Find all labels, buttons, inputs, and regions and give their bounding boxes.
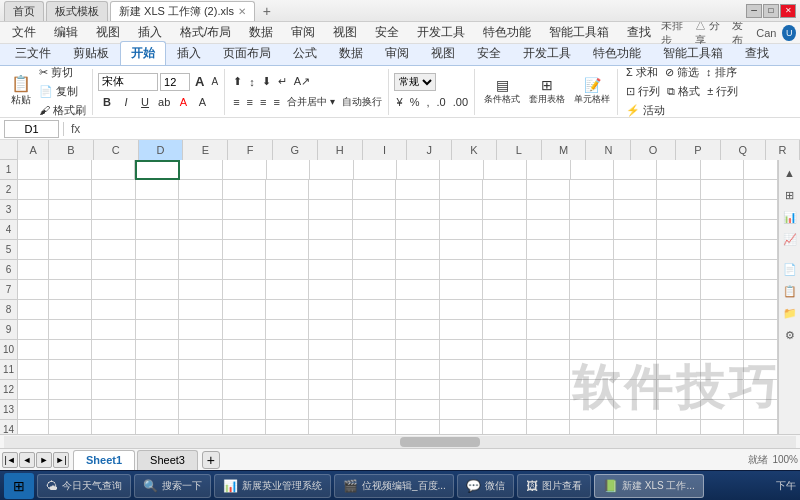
ribbon-tab-home[interactable]: 开始 xyxy=(120,41,166,65)
cell-q1[interactable] xyxy=(701,160,744,180)
cell-k1[interactable] xyxy=(440,160,483,180)
cell-format-button[interactable]: ⧉ 格式 xyxy=(664,83,703,101)
menu-format[interactable]: 格式/布局 xyxy=(172,22,239,43)
cell-d1[interactable] xyxy=(135,160,179,180)
menu-special[interactable]: 特色功能 xyxy=(475,22,539,43)
align-right-button[interactable]: ≡ xyxy=(257,93,269,111)
taskbar-excel[interactable]: 📗 新建 XLS 工作... xyxy=(594,474,704,498)
cell-r1[interactable] xyxy=(744,160,778,180)
row-header-13[interactable]: 13 xyxy=(0,400,18,420)
cell-a1[interactable] xyxy=(18,160,49,180)
font-name-input[interactable] xyxy=(98,73,158,91)
menu-review[interactable]: 审阅 xyxy=(283,22,323,43)
row-header-10[interactable]: 10 xyxy=(0,340,18,360)
active-button[interactable]: ⚡ 活动 xyxy=(623,102,668,119)
col-header-r[interactable]: R xyxy=(766,140,800,160)
sheet-add-button[interactable]: + xyxy=(202,451,220,469)
col-header-e[interactable]: E xyxy=(183,140,228,160)
sheet-nav-last[interactable]: ►| xyxy=(53,452,69,468)
underline-button[interactable]: U xyxy=(136,93,154,111)
increase-decimal-button[interactable]: .0 xyxy=(434,93,449,111)
sort-button[interactable]: ↕ 排序 xyxy=(703,66,740,82)
col-header-n[interactable]: N xyxy=(586,140,631,160)
cell-reference-input[interactable] xyxy=(4,120,59,138)
col-header-k[interactable]: K xyxy=(452,140,497,160)
h-scroll-track[interactable] xyxy=(4,436,796,448)
paste-button[interactable]: 📋 粘贴 xyxy=(7,71,35,113)
sheet-nav-prev[interactable]: ◄ xyxy=(19,452,35,468)
align-bottom-button[interactable]: ⬇ xyxy=(259,73,274,91)
font-decrease-button[interactable]: A xyxy=(208,73,221,91)
row-header-8[interactable]: 8 xyxy=(0,300,18,320)
sheet-nav-next[interactable]: ► xyxy=(36,452,52,468)
tab-workbook[interactable]: 新建 XLS 工作簿 (2).xls ✕ xyxy=(110,1,255,21)
h-scroll-thumb[interactable] xyxy=(400,437,480,447)
highlight-button[interactable]: A xyxy=(193,93,211,111)
ribbon-tab-file[interactable]: 三文件 xyxy=(4,41,62,65)
menu-ai[interactable]: 智能工具箱 xyxy=(541,22,617,43)
can-label[interactable]: Can xyxy=(756,27,776,39)
decrease-decimal-button[interactable]: .00 xyxy=(450,93,471,111)
cell-j1[interactable] xyxy=(397,160,440,180)
format-painter-button[interactable]: 🖌 格式刷 xyxy=(36,102,89,119)
cell-style-button[interactable]: 📝 单元格样 xyxy=(570,71,614,113)
thousands-button[interactable]: , xyxy=(424,93,433,111)
sidebar-scroll-up[interactable]: ▲ xyxy=(781,164,799,182)
taskbar-search[interactable]: 🔍 搜索一下 xyxy=(134,474,211,498)
col-header-a[interactable]: A xyxy=(18,140,49,160)
cell-p1[interactable] xyxy=(657,160,700,180)
col-header-c[interactable]: C xyxy=(94,140,139,160)
tab-add-button[interactable]: + xyxy=(257,1,277,21)
col-header-b[interactable]: B xyxy=(49,140,94,160)
row-header-14[interactable]: 14 xyxy=(0,420,18,434)
maximize-button[interactable]: □ xyxy=(763,4,779,18)
formula-input[interactable] xyxy=(87,120,796,138)
align-left-button[interactable]: ≡ xyxy=(230,93,242,111)
minimize-button[interactable]: ─ xyxy=(746,4,762,18)
row-header-7[interactable]: 7 xyxy=(0,280,18,300)
row-header-6[interactable]: 6 xyxy=(0,260,18,280)
ribbon-tab-special[interactable]: 特色功能 xyxy=(582,41,652,65)
cell-h1[interactable] xyxy=(310,160,353,180)
ribbon-tab-layout[interactable]: 页面布局 xyxy=(212,41,282,65)
sidebar-btn-4[interactable]: 📄 xyxy=(781,260,799,278)
col-header-f[interactable]: F xyxy=(228,140,273,160)
sidebar-btn-6[interactable]: 📁 xyxy=(781,304,799,322)
ribbon-tab-review[interactable]: 审阅 xyxy=(374,41,420,65)
row-header-1[interactable]: 1 xyxy=(0,160,18,180)
row-header-11[interactable]: 11 xyxy=(0,360,18,380)
sidebar-btn-3[interactable]: 📈 xyxy=(781,230,799,248)
bold-button[interactable]: B xyxy=(98,93,116,111)
select-all-button[interactable] xyxy=(0,140,18,160)
copy-button[interactable]: 📄 复制 xyxy=(36,83,89,101)
taskbar-video[interactable]: 🎬 位视频编辑_百度... xyxy=(334,474,454,498)
font-size-input[interactable] xyxy=(160,73,190,91)
ribbon-tab-ai[interactable]: 智能工具箱 xyxy=(652,41,734,65)
menu-file[interactable]: 文件 xyxy=(4,22,44,43)
taskbar-weather[interactable]: 🌤 今日天气查询 xyxy=(37,474,131,498)
menu-devtools[interactable]: 开发工具 xyxy=(409,22,473,43)
italic-button[interactable]: I xyxy=(117,93,135,111)
ribbon-tab-data[interactable]: 数据 xyxy=(328,41,374,65)
justify-button[interactable]: ≡ xyxy=(270,93,282,111)
menu-view[interactable]: 视图 xyxy=(88,22,128,43)
ribbon-tab-clipboard[interactable]: 剪贴板 xyxy=(62,41,120,65)
col-header-m[interactable]: M xyxy=(542,140,587,160)
sidebar-btn-5[interactable]: 📋 xyxy=(781,282,799,300)
row-header-3[interactable]: 3 xyxy=(0,200,18,220)
sum-button[interactable]: Σ 求和 xyxy=(623,66,661,82)
currency-button[interactable]: ¥ xyxy=(394,93,406,111)
col-header-d[interactable]: D xyxy=(139,140,184,160)
tab-close-icon[interactable]: ✕ xyxy=(238,6,246,17)
row-header-4[interactable]: 4 xyxy=(0,220,18,240)
row-header-9[interactable]: 9 xyxy=(0,320,18,340)
cell-i1[interactable] xyxy=(354,160,397,180)
col-header-g[interactable]: G xyxy=(273,140,318,160)
menu-security[interactable]: 安全 xyxy=(367,22,407,43)
row-header-2[interactable]: 2 xyxy=(0,180,18,200)
merge-button[interactable]: 合并居中 ▾ xyxy=(284,93,338,111)
sidebar-btn-2[interactable]: 📊 xyxy=(781,208,799,226)
taskbar-images[interactable]: 🖼 图片查看 xyxy=(517,474,591,498)
start-button[interactable]: ⊞ xyxy=(4,473,34,499)
cell-f1[interactable] xyxy=(223,160,266,180)
